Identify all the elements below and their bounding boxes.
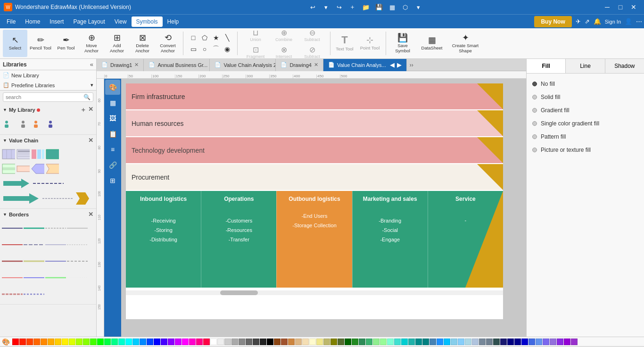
line-tab[interactable]: Line [566, 59, 605, 73]
tab-valuechain2[interactable]: 📄 Value Chain Analysis 2 ✕ [210, 59, 276, 71]
color-swatch[interactable] [55, 339, 61, 345]
close-button[interactable]: ✕ [627, 0, 640, 14]
sign-in-button[interactable]: Sign In [605, 19, 621, 25]
border-item-9[interactable] [2, 255, 23, 268]
tab-drawing4-close[interactable]: ✕ [314, 62, 318, 68]
color-swatch[interactable] [437, 339, 443, 345]
tab-nav-prev[interactable]: ◀ [390, 61, 395, 68]
symbol-shape-button[interactable]: ◉ [222, 44, 232, 54]
rect2-shape-button[interactable]: ▭ [188, 44, 198, 54]
rect-shape-button[interactable]: □ [188, 33, 198, 43]
create-smart-shape-button[interactable]: ✦ Create Smart Shape [447, 30, 483, 57]
color-swatch[interactable] [451, 339, 457, 345]
vc-symbol-1[interactable] [2, 148, 15, 161]
color-swatch[interactable] [345, 339, 351, 345]
color-swatch[interactable] [90, 339, 97, 345]
color-swatch[interactable] [210, 339, 217, 345]
person-icon-3[interactable] [31, 118, 44, 131]
border-item-6[interactable] [24, 238, 44, 251]
open-button[interactable]: 📁 [360, 1, 372, 13]
color-swatch[interactable] [444, 339, 450, 345]
menu-page-layout[interactable]: Page Layout [68, 17, 109, 27]
color-swatch[interactable] [359, 339, 365, 345]
minimize-button[interactable]: ─ [601, 0, 614, 14]
person-icon-1[interactable] [2, 118, 15, 131]
color-swatch[interactable] [500, 339, 507, 345]
person-icon-2[interactable] [17, 118, 30, 131]
color-swatch[interactable] [203, 339, 210, 345]
image-icon[interactable]: 🖼 [105, 111, 120, 126]
border-item-15[interactable] [45, 271, 66, 284]
subtract-bottom-button[interactable]: ⊘ Subtract [299, 44, 325, 60]
subtract-top-button[interactable]: ⊖ Subtract [299, 27, 325, 43]
link-icon[interactable]: 🔗 [105, 157, 120, 173]
tab-drawing1[interactable]: 📄 Drawing1 ✕ [97, 59, 144, 71]
convert-anchor-button[interactable]: ⟲ Convert Anchor [156, 30, 180, 57]
line-shape-button[interactable]: ╲ [222, 33, 232, 43]
color-swatch[interactable] [154, 339, 160, 345]
color-swatch[interactable] [394, 339, 401, 345]
color-swatch[interactable] [168, 339, 174, 345]
collapse-sidebar-button[interactable]: « [90, 61, 93, 68]
color-swatch[interactable] [373, 339, 380, 345]
my-library-close-button[interactable]: ✕ [88, 106, 93, 114]
color-swatch[interactable] [408, 339, 415, 345]
color-swatch[interactable] [161, 339, 167, 345]
color-swatch[interactable] [479, 339, 486, 345]
pentagon-shape-button[interactable]: ⬠ [199, 33, 210, 43]
combine-button[interactable]: ⊕ Combine [271, 27, 297, 43]
color-swatch[interactable] [366, 339, 372, 345]
circle-shape-button[interactable]: ○ [199, 44, 210, 54]
color-swatch[interactable] [76, 339, 83, 345]
save-button[interactable]: 💾 [373, 1, 385, 13]
undo-button[interactable]: ↩ [307, 1, 319, 13]
delete-anchor-button[interactable]: ⊠ Delete Anchor [130, 30, 155, 57]
border-item-4[interactable] [67, 222, 88, 235]
chevron-symbol[interactable] [75, 192, 90, 205]
color-swatch[interactable] [465, 339, 471, 345]
notification-icon[interactable]: 🔔 [594, 18, 601, 25]
color-swatch[interactable] [48, 339, 54, 345]
intersect-button[interactable]: ⊗ Intersect [271, 44, 297, 60]
menu-view[interactable]: View [110, 17, 132, 27]
more-button[interactable]: ▾ [413, 1, 424, 13]
solid-fill-option[interactable]: Solid fill [530, 91, 640, 104]
my-library-add-button[interactable]: ＋ [80, 106, 86, 114]
redo-button[interactable]: ↪ [334, 1, 345, 13]
template-button[interactable]: ▦ [387, 1, 398, 13]
color-swatch[interactable] [125, 339, 132, 345]
color-swatch[interactable] [543, 339, 549, 345]
color-swatch[interactable] [338, 339, 344, 345]
tab-drawing1-close[interactable]: ✕ [134, 62, 139, 68]
color-swatch[interactable] [557, 339, 563, 345]
vc-symbol-5[interactable] [2, 162, 15, 175]
border-item-18[interactable] [24, 288, 44, 301]
tab-valuechain-active[interactable]: 📄 Value Chain Analys... ◀ ▶ [323, 59, 407, 71]
tab-annual[interactable]: 📄 Annual Business Gr... ✕ [144, 59, 210, 71]
color-swatch[interactable] [528, 339, 535, 345]
color-swatch[interactable] [83, 339, 90, 345]
color-swatch[interactable] [189, 339, 196, 345]
color-swatch[interactable] [19, 339, 26, 345]
color-swatch[interactable] [514, 339, 521, 345]
pencil-tool-button[interactable]: ✏ Pencil Tool [28, 30, 53, 57]
color-swatch[interactable] [41, 339, 47, 345]
color-swatch[interactable] [12, 339, 19, 345]
horizontal-scrollbar[interactable] [126, 290, 503, 295]
search-input[interactable] [6, 94, 83, 100]
border-item-14[interactable] [24, 271, 44, 284]
scrollbar-thumb[interactable] [220, 290, 258, 295]
add-anchor-button[interactable]: ⊞ Add Anchor [105, 30, 129, 57]
menu-symbols[interactable]: Symbols [132, 17, 163, 27]
vc-symbol-2[interactable] [17, 148, 30, 161]
value-chain-close-button[interactable]: ✕ [88, 137, 93, 144]
color-swatch[interactable] [111, 339, 118, 345]
grid-icon[interactable]: ▦ [105, 95, 120, 110]
fragment-button[interactable]: ⊡ Fragment [242, 44, 269, 60]
color-swatch[interactable] [493, 339, 500, 345]
color-swatch[interactable] [330, 339, 337, 345]
menu-file[interactable]: File [2, 17, 20, 27]
select-tool-button[interactable]: ↖ Select [3, 30, 27, 57]
vc-symbol-3[interactable] [31, 148, 44, 161]
border-item-5[interactable] [2, 238, 23, 251]
